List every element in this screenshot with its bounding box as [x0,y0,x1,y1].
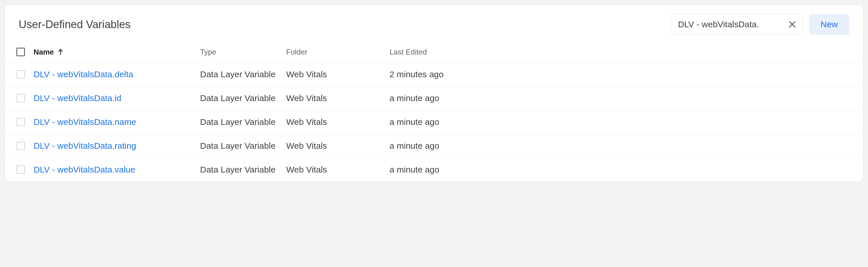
select-all-checkbox[interactable] [17,48,25,56]
variable-last-edited: a minute ago [390,117,439,127]
variable-name-link[interactable]: DLV - webVitalsData.delta [34,69,133,79]
variable-last-edited: 2 minutes ago [390,69,443,79]
variable-last-edited: a minute ago [390,165,439,174]
user-variables-panel: User-Defined Variables New Name [5,5,863,182]
variable-folder: Web Vitals [286,93,327,103]
variable-last-edited: a minute ago [390,93,439,103]
variable-type: Data Layer Variable [200,165,276,174]
table-row: DLV - webVitalsData.deltaData Layer Vari… [5,63,863,86]
variable-folder: Web Vitals [286,117,327,127]
panel-title: User-Defined Variables [19,19,671,31]
new-button[interactable]: New [809,14,849,35]
table-row: DLV - webVitalsData.nameData Layer Varia… [5,110,863,134]
table-row: DLV - webVitalsData.idData Layer Variabl… [5,86,863,110]
close-icon[interactable] [787,19,797,30]
column-header-type[interactable]: Type [200,48,216,56]
table-body: DLV - webVitalsData.deltaData Layer Vari… [5,63,863,181]
panel-header: User-Defined Variables New [5,5,863,41]
column-header-name-label: Name [34,48,54,57]
arrow-up-icon [57,48,64,56]
search-input[interactable] [678,20,787,29]
column-header-last-edited[interactable]: Last Edited [390,48,427,56]
variable-folder: Web Vitals [286,141,327,150]
variable-name-link[interactable]: DLV - webVitalsData.value [34,165,135,175]
variable-name-link[interactable]: DLV - webVitalsData.name [34,117,136,127]
column-header-folder[interactable]: Folder [286,48,307,56]
variable-type: Data Layer Variable [200,93,276,103]
variable-type: Data Layer Variable [200,141,276,150]
table-row: DLV - webVitalsData.valueData Layer Vari… [5,158,863,181]
search-field[interactable] [671,14,802,35]
row-checkbox[interactable] [17,70,25,79]
table-row: DLV - webVitalsData.ratingData Layer Var… [5,134,863,158]
row-checkbox[interactable] [17,118,25,126]
variable-folder: Web Vitals [286,69,327,79]
variable-type: Data Layer Variable [200,117,276,127]
variable-folder: Web Vitals [286,165,327,174]
variable-name-link[interactable]: DLV - webVitalsData.rating [34,141,136,151]
variable-type: Data Layer Variable [200,69,276,79]
table-header-row: Name Type Folder Last Edited [5,41,863,63]
column-header-name[interactable]: Name [34,48,64,57]
row-checkbox[interactable] [17,166,25,174]
variable-last-edited: a minute ago [390,141,439,150]
variable-name-link[interactable]: DLV - webVitalsData.id [34,93,121,103]
row-checkbox[interactable] [17,142,25,150]
row-checkbox[interactable] [17,94,25,102]
